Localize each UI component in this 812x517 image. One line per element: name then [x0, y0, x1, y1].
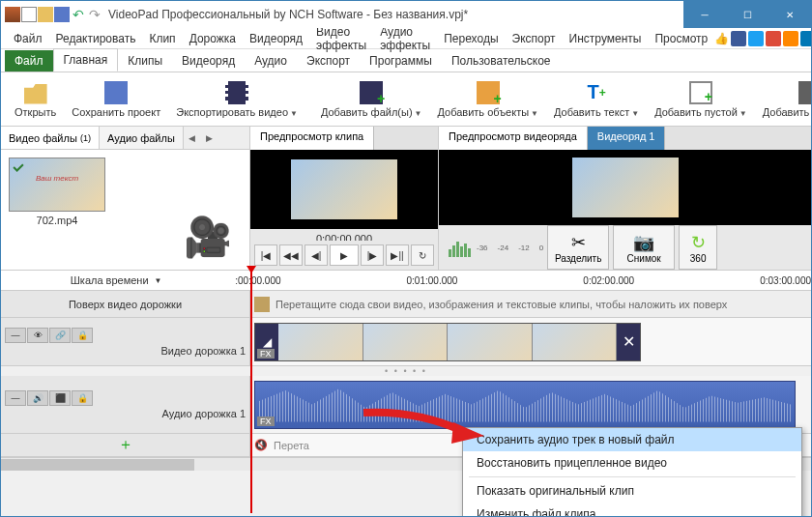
menu-tools[interactable]: Инструменты	[563, 30, 649, 47]
add-files-button[interactable]: + Добавить файл(ы)▼	[313, 79, 430, 120]
add-text-button[interactable]: T+ Добавить текст▼	[546, 79, 647, 120]
film-export-icon	[225, 81, 248, 104]
video-clip[interactable]: ◢ ✕ FX	[254, 323, 641, 361]
ribbon-tab-main[interactable]: Главная	[53, 48, 119, 72]
sequence-preview-viewport[interactable]	[439, 150, 811, 225]
ctx-save-audio[interactable]: Сохранить аудио трек в новый файл	[463, 428, 801, 451]
export-video-button[interactable]: Экспортировать видео▼	[168, 79, 305, 120]
clip-preview-pane: Предпросмотр клипа 0:00:00.000 |◀ ◀◀ ◀| …	[250, 127, 439, 270]
track-lock-button[interactable]: 🔒	[72, 328, 93, 343]
ctx-show-original[interactable]: Показать оригинальный клип	[463, 479, 801, 503]
play-button[interactable]: ▶	[330, 244, 359, 266]
preview-tab-sequence[interactable]: Предпросмотр видеоряда	[439, 127, 588, 150]
like-icon[interactable]: 👍	[714, 32, 729, 45]
bin-body[interactable]: Ваш текст 702.mp4 🎥	[1, 150, 249, 270]
split-button[interactable]: ✂Разделить	[547, 225, 609, 270]
video-track[interactable]: ◢ ✕ FX	[250, 318, 811, 365]
plus-icon[interactable]: ＋	[118, 435, 133, 455]
maximize-button[interactable]: ☐	[726, 1, 768, 28]
menu-file[interactable]: Файл	[7, 30, 49, 47]
open-icon[interactable]	[38, 7, 53, 22]
audio-clip[interactable]: FX	[254, 381, 796, 429]
bin-tab-video[interactable]: Видео файлы (1)	[1, 127, 100, 149]
ribbon-tab-file[interactable]: Файл	[5, 50, 53, 72]
menu-sequence[interactable]: Видеоряд	[243, 30, 309, 47]
track-solo-button[interactable]: ⬛	[49, 390, 71, 406]
playhead[interactable]	[250, 272, 252, 513]
menu-export[interactable]: Экспорт	[506, 30, 563, 47]
snapshot-button[interactable]: 📷Снимок	[613, 225, 675, 270]
ctx-change-file[interactable]: Изменить файл клипа	[463, 503, 801, 517]
facebook-icon[interactable]	[731, 31, 746, 46]
preview-tab-seq1[interactable]: Видеоряд 1	[588, 127, 666, 150]
bin-tab-audio[interactable]: Аудио файлы	[100, 127, 184, 149]
track-collapse-button[interactable]: —	[5, 328, 26, 343]
next-frame-button[interactable]: ▶||	[386, 244, 409, 266]
new-icon[interactable]	[21, 7, 37, 22]
save-icon[interactable]	[54, 7, 70, 22]
track-collapse-button[interactable]: —	[5, 390, 26, 406]
save-project-button[interactable]: Сохранить проект	[64, 79, 168, 120]
redo-icon[interactable]: ↷	[87, 7, 102, 22]
row-grip[interactable]: • • • • •	[1, 366, 811, 376]
menu-edit[interactable]: Редактировать	[49, 30, 143, 47]
loop-button[interactable]: ↻	[411, 244, 434, 266]
menu-bar: Файл Редактировать Клип Дорожка Видеоряд…	[1, 28, 811, 49]
sequence-transport-controls: -36-24-120 ✂Разделить 📷Снимок ↻360	[439, 225, 811, 270]
prev-frame-button[interactable]: ◀◀	[279, 244, 303, 266]
add-objects-button[interactable]: + Добавить объекты▼	[429, 79, 546, 120]
step-back-button[interactable]: ◀|	[304, 244, 328, 266]
ctx-restore-video[interactable]: Восстановить прицепленное видео	[463, 451, 801, 474]
ribbon-toolbar: Открыть Сохранить проект Экспортировать …	[1, 72, 811, 127]
video-track-name: Видео дорожка 1	[5, 345, 246, 357]
track-link-button[interactable]: 🔗	[49, 328, 71, 343]
ribbon-tab-programs[interactable]: Программы	[360, 50, 442, 72]
timeline-ruler[interactable]: :00:00.000 0:01:00.000 0:02:00.000 0:03:…	[231, 275, 811, 286]
track-lock-button[interactable]: 🔒	[72, 390, 93, 406]
menu-track[interactable]: Дорожка	[183, 30, 243, 47]
ribbon-tab-custom[interactable]: Пользовательское	[442, 50, 561, 72]
step-fwd-button[interactable]: |▶	[361, 244, 384, 266]
add-blank-button[interactable]: + Добавить пустой▼	[647, 79, 755, 120]
audio-track[interactable]: FX	[250, 376, 811, 433]
track-mute-button[interactable]: 🔊	[27, 390, 48, 406]
preview-tab-clip[interactable]: Предпросмотр клипа	[250, 127, 374, 150]
bin-tab-prev[interactable]: ◀	[184, 127, 201, 149]
ribbon-tab-audio[interactable]: Аудио	[245, 50, 297, 72]
scrollbar-thumb[interactable]	[1, 459, 194, 471]
undo-icon[interactable]: ↶	[71, 7, 86, 22]
audio-track-name: Аудио дорожка 1	[5, 408, 246, 419]
clip-preview-viewport[interactable]	[250, 150, 438, 229]
timeline-scale-dropdown[interactable]: Шкала времени▼	[1, 274, 231, 286]
ribbon-tab-export[interactable]: Экспорт	[297, 50, 360, 72]
overlay-track[interactable]: Перетащите сюда свои видео, изображения …	[250, 291, 811, 317]
close-button[interactable]: ✕	[768, 1, 811, 28]
media-bins-panel: Видео файлы (1) Аудио файлы ◀ ▶ Ваш текс…	[1, 127, 250, 270]
rotate-360-button[interactable]: ↻360	[679, 225, 717, 270]
minimize-button[interactable]: ─	[683, 1, 726, 28]
menu-transitions[interactable]: Переходы	[437, 30, 505, 47]
linkedin-icon[interactable]	[800, 31, 812, 46]
fx-badge[interactable]: FX	[257, 349, 275, 359]
clip-item[interactable]: Ваш текст 702.mp4	[9, 158, 105, 226]
vu-meter	[449, 238, 471, 257]
app-icon	[5, 7, 20, 22]
bin-tab-next[interactable]: ▶	[201, 127, 218, 149]
twitter-icon[interactable]	[748, 31, 764, 46]
goto-start-button[interactable]: |◀	[254, 244, 277, 266]
rss-icon[interactable]	[783, 31, 798, 46]
video-track-row: — 👁 🔗 🔒 Видео дорожка 1 ◢ ✕ FX	[1, 318, 811, 366]
track-visible-button[interactable]: 👁	[27, 328, 48, 343]
add-title-button[interactable]: + Добавить плашку▼	[755, 79, 812, 120]
fx-badge[interactable]: FX	[257, 416, 275, 426]
menu-view[interactable]: Просмотр	[648, 30, 714, 47]
menu-clip[interactable]: Клип	[142, 30, 182, 47]
title-bar: ↶ ↷ VideoPad Профессиональный by NCH Sof…	[1, 1, 811, 28]
google-plus-icon[interactable]	[766, 31, 781, 46]
ribbon-tab-clips[interactable]: Клипы	[118, 50, 172, 72]
rotate-icon: ↻	[691, 232, 706, 253]
camera-icon: 📷	[633, 232, 654, 253]
ribbon-tab-sequence[interactable]: Видеоряд	[172, 50, 245, 72]
clip-transition-icon[interactable]: ✕	[617, 324, 640, 360]
open-button[interactable]: Открыть	[7, 79, 64, 120]
